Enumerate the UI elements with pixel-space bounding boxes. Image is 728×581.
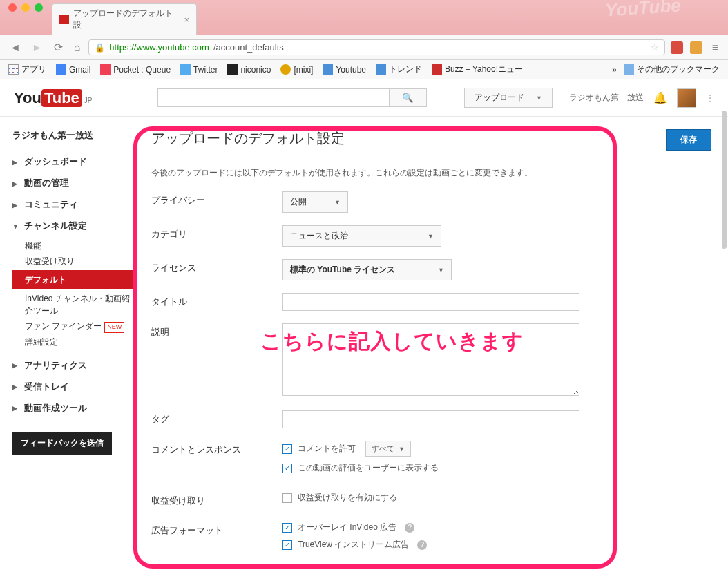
adformat-label: 広告フォーマット [151, 522, 282, 537]
scrollbar[interactable] [722, 111, 727, 249]
chevron-down-icon: ▼ [428, 233, 434, 240]
caret-down-icon: ▼ [12, 223, 19, 230]
bookmark-more[interactable]: » [612, 65, 617, 75]
sidebar-sub-fanfinder[interactable]: ファン ファインダーNEW [12, 320, 135, 333]
lock-icon: 🔒 [95, 43, 105, 53]
bookmark-apps[interactable]: アプリ [8, 64, 46, 75]
browser-tab[interactable]: アップロードのデフォルト設 × [52, 3, 197, 35]
caret-right-icon: ▶ [12, 159, 19, 166]
bookmark-gmail[interactable]: Gmail [56, 64, 90, 75]
save-button[interactable]: 保存 [666, 129, 711, 151]
page-title: アップロードのデフォルト設定 [151, 129, 345, 148]
overlay-ad-checkbox[interactable]: ✓ [282, 523, 292, 533]
sidebar-sub-defaults[interactable]: デフォルト [12, 270, 135, 289]
sidebar-sub-invideo[interactable]: InVideo チャンネル・動画紹介ツール [12, 292, 135, 317]
sidebar-item-video-tools[interactable]: ▶動画作成ツール [12, 398, 135, 419]
window-close[interactable] [8, 3, 17, 12]
sidebar-sub-advanced[interactable]: 詳細設定 [12, 336, 135, 348]
title-input[interactable] [282, 293, 579, 311]
trueview-ad-text: TrueView インストリーム広告 [298, 539, 409, 551]
privacy-label: プライバシー [151, 191, 282, 207]
chevron-down-icon[interactable]: ▼ [530, 95, 542, 102]
tags-label: タグ [151, 410, 282, 426]
twitter-icon [180, 64, 191, 75]
trueview-ad-checkbox[interactable]: ✓ [282, 540, 292, 550]
home-icon[interactable]: ⌂ [71, 41, 84, 54]
folder-icon [376, 64, 386, 75]
address-bar[interactable]: 🔒 https://www.youtube.com/account_defaul… [88, 39, 664, 55]
youtube-logo[interactable]: YouTubeJP [14, 89, 93, 107]
caret-right-icon: ▶ [12, 180, 19, 187]
new-badge: NEW [104, 322, 124, 333]
license-select[interactable]: 標準の YouTube ライセンス▼ [282, 259, 452, 280]
upload-label: アップロード [475, 92, 524, 104]
help-icon[interactable]: ? [417, 540, 427, 550]
yahoo-icon [432, 64, 442, 75]
sidebar-item-channel-settings[interactable]: ▼チャンネル設定 [12, 216, 135, 237]
chevron-down-icon: ▼ [438, 267, 444, 274]
search-button[interactable]: 🔍 [390, 88, 427, 107]
folder-icon [624, 64, 634, 75]
tags-input[interactable] [282, 410, 579, 428]
chevron-down-icon: ▼ [334, 199, 341, 206]
avatar[interactable] [677, 88, 696, 108]
folder-icon [323, 64, 333, 75]
allow-comments-checkbox[interactable]: ✓ [282, 444, 292, 454]
feedback-button[interactable]: フィードバックを送信 [12, 432, 112, 455]
logo-region: JP [84, 97, 93, 104]
bookmark-other[interactable]: その他のブックマーク [624, 64, 720, 75]
show-ratings-checkbox[interactable]: ✓ [282, 464, 292, 473]
window-minimize[interactable] [21, 3, 30, 12]
bookmark-youtube[interactable]: Youtube [323, 64, 366, 75]
bookmark-mixi[interactable]: [mixi] [280, 64, 313, 75]
tab-favicon [59, 15, 69, 24]
category-select[interactable]: ニュースと政治▼ [282, 225, 441, 247]
comments-filter-select[interactable]: すべて▼ [365, 441, 411, 457]
description-textarea[interactable] [282, 323, 579, 396]
extension-icon[interactable] [690, 41, 702, 54]
back-icon[interactable]: ◄ [7, 41, 23, 54]
page-description: 今後のアップロードには以下のデフォルトが使用されます。これらの設定は動画ごとに変… [151, 167, 711, 179]
google-icon [56, 64, 66, 75]
sidebar-item-inbox[interactable]: ▶受信トレイ [12, 377, 135, 398]
bookmark-trend[interactable]: トレンド [376, 64, 422, 75]
sidebar-item-community[interactable]: ▶コミュニティ [12, 194, 135, 216]
logo-tube: Tube [41, 89, 82, 107]
forward-icon[interactable]: ► [29, 41, 46, 54]
bookmark-twitter[interactable]: Twitter [180, 64, 218, 75]
logo-you: You [14, 89, 41, 107]
sidebar: ラジオもん第一放送 ▶ダッシュボード ▶動画の管理 ▶コミュニティ ▼チャンネル… [0, 117, 135, 581]
window-maximize[interactable] [35, 3, 43, 12]
menu-icon[interactable]: ≡ [709, 41, 721, 54]
monetization-label: 収益受け取り [151, 492, 282, 507]
search-input[interactable] [157, 88, 390, 107]
bell-icon[interactable]: 🔔 [653, 91, 667, 104]
sidebar-item-dashboard[interactable]: ▶ダッシュボード [12, 151, 135, 173]
title-label: タイトル [151, 293, 282, 308]
overlay-ad-text: オーバーレイ InVideo 広告 [298, 522, 396, 533]
license-label: ライセンス [151, 259, 282, 274]
bookmark-buzz[interactable]: Buzz – Yahoo!ニュー [432, 64, 523, 75]
reload-icon[interactable]: ⟳ [51, 41, 66, 54]
username-label[interactable]: ラジオもん第一放送 [569, 92, 644, 104]
caret-right-icon: ▶ [12, 202, 19, 209]
bookmark-niconico[interactable]: niconico [227, 64, 271, 75]
pocket-icon [100, 64, 111, 75]
star-icon[interactable]: ☆ [651, 42, 659, 53]
extension-icon[interactable] [671, 41, 683, 54]
bookmark-pocket[interactable]: Pocket : Queue [100, 64, 171, 75]
upload-button[interactable]: アップロード ▼ [464, 88, 553, 108]
caret-right-icon: ▶ [12, 405, 19, 412]
help-icon[interactable]: ? [405, 523, 414, 533]
monetize-checkbox[interactable]: ✓ [282, 493, 292, 503]
sidebar-sub-monetization[interactable]: 収益受け取り [12, 255, 135, 267]
mixi-icon [280, 64, 291, 75]
privacy-select[interactable]: 公開▼ [282, 191, 348, 213]
tab-close-icon[interactable]: × [184, 15, 189, 25]
sidebar-item-analytics[interactable]: ▶アナリティクス [12, 355, 135, 377]
page-menu-icon[interactable]: ⋮ [706, 93, 714, 103]
sidebar-channel-title[interactable]: ラジオもん第一放送 [12, 129, 135, 142]
allow-comments-text: コメントを許可 [298, 443, 356, 455]
sidebar-item-video-manager[interactable]: ▶動画の管理 [12, 173, 135, 194]
sidebar-sub-features[interactable]: 機能 [12, 240, 135, 252]
